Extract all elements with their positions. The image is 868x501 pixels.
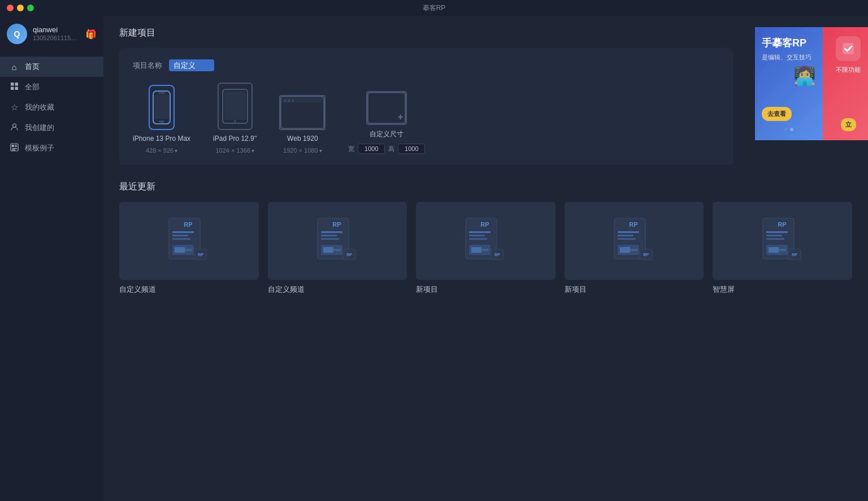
ipad-label: iPad Pro 12.9'' xyxy=(213,135,257,142)
svg-rect-59 xyxy=(618,231,639,233)
svg-rect-39 xyxy=(321,231,342,233)
sidebar-nav: ⌂ 首页 全部 ☆ 我的收藏 xyxy=(0,52,103,501)
app-title: 摹客RP xyxy=(423,3,446,13)
banner-ads: 手摹客RP 是编辑、交互技巧 👩‍💻 去查看 xyxy=(755,27,868,140)
project-name-input[interactable] xyxy=(169,59,214,71)
svg-rect-2 xyxy=(11,87,14,90)
banner-ad-2[interactable]: 不限功能 立 xyxy=(823,27,868,140)
svg-rect-30 xyxy=(172,235,188,236)
titlebar: 摹客RP xyxy=(0,0,868,16)
new-project-title: 新建项目 xyxy=(119,27,852,39)
svg-rect-31 xyxy=(172,238,190,240)
sidebar-item-mine-label: 我创建的 xyxy=(25,123,54,133)
template-icon xyxy=(9,143,19,153)
svg-text:RP: RP xyxy=(346,253,352,257)
project-name-2: 自定义频道 xyxy=(268,284,407,295)
sidebar: Q qianwei 13052061115的团队 🎁 ⌂ 首页 xyxy=(0,16,103,501)
window-controls xyxy=(7,5,34,11)
svg-rect-0 xyxy=(11,83,14,86)
project-name-label: 项目名称 xyxy=(133,61,162,71)
iphone-size-dropdown[interactable]: ▾ xyxy=(175,148,177,154)
iphone-size: 428 × 926 ▾ xyxy=(146,147,177,154)
project-card-4[interactable]: RP RP 新项目 xyxy=(565,202,704,295)
web-label: Web 1920 xyxy=(287,135,318,142)
svg-rect-44 xyxy=(332,249,341,251)
device-option-web[interactable]: Web 1920 1920 × 1080 ▾ xyxy=(279,95,326,154)
user-icon xyxy=(9,123,19,133)
grid-icon xyxy=(9,82,19,92)
new-project-section: 新建项目 项目名称 xyxy=(119,27,852,165)
star-icon: ☆ xyxy=(9,102,19,113)
project-thumb-1: RP RP xyxy=(119,202,259,280)
project-thumb-5: RP RP xyxy=(713,202,852,280)
web-size-dropdown[interactable]: ▾ xyxy=(319,148,322,154)
sidebar-item-favorites[interactable]: ☆ 我的收藏 xyxy=(0,97,103,118)
minimize-button[interactable] xyxy=(17,5,24,11)
banner-view-button[interactable]: 去查看 xyxy=(762,107,792,121)
svg-rect-50 xyxy=(469,235,485,236)
svg-point-18 xyxy=(234,120,236,123)
svg-text:RP: RP xyxy=(481,221,489,228)
custom-height-label: 高 xyxy=(388,145,394,153)
svg-rect-69 xyxy=(766,231,788,233)
sidebar-item-all-label: 全部 xyxy=(25,82,40,92)
svg-rect-6 xyxy=(12,145,14,147)
project-card-1[interactable]: RP RP 自定义频道 xyxy=(119,202,259,295)
banner-ad-1[interactable]: 手摹客RP 是编辑、交互技巧 👩‍💻 去查看 xyxy=(755,27,823,140)
username: qianwei xyxy=(33,25,80,34)
device-option-iphone[interactable]: iPhone 13 Pro Max 428 × 926 ▾ xyxy=(133,85,190,154)
svg-text:RP: RP xyxy=(792,253,797,257)
project-card-2[interactable]: RP RP 自定义频道 xyxy=(268,202,407,295)
svg-rect-10 xyxy=(12,150,15,151)
svg-text:RP: RP xyxy=(198,253,203,257)
custom-width-input[interactable] xyxy=(358,144,385,154)
svg-rect-61 xyxy=(618,238,636,240)
sidebar-item-all[interactable]: 全部 xyxy=(0,77,103,97)
custom-height-input[interactable] xyxy=(398,144,425,154)
main-content: ↻ 手摹客RP 是编辑、交互技巧 👩‍💻 去查看 xyxy=(103,16,868,501)
svg-rect-9 xyxy=(12,148,17,149)
new-project-panel: 项目名称 xyxy=(119,48,734,165)
svg-rect-3 xyxy=(15,87,18,90)
svg-point-23 xyxy=(292,100,294,102)
gift-icon[interactable]: 🎁 xyxy=(85,29,97,40)
maximize-button[interactable] xyxy=(27,5,34,11)
banner-free-button[interactable]: 立 xyxy=(841,118,856,131)
svg-rect-70 xyxy=(766,235,782,236)
recent-grid: RP RP 自定义频道 xyxy=(119,202,852,295)
project-card-5[interactable]: RP RP 智慧屏 xyxy=(713,202,852,295)
iphone-label: iPhone 13 Pro Max xyxy=(133,135,190,142)
svg-rect-49 xyxy=(469,231,491,233)
svg-point-22 xyxy=(288,100,290,102)
svg-rect-29 xyxy=(172,231,194,233)
custom-width-label: 宽 xyxy=(348,145,354,153)
recent-section: 最近更新 RP xyxy=(119,181,852,295)
svg-rect-20 xyxy=(283,98,322,103)
svg-point-21 xyxy=(284,100,287,102)
svg-text:RP: RP xyxy=(184,221,193,228)
app-body: Q qianwei 13052061115的团队 🎁 ⌂ 首页 xyxy=(0,16,868,501)
sidebar-item-favorites-label: 我的收藏 xyxy=(25,102,54,113)
iphone-frame xyxy=(149,85,175,130)
sidebar-item-templates[interactable]: 模板例子 xyxy=(0,138,103,158)
svg-rect-34 xyxy=(183,249,192,251)
ipad-size-dropdown[interactable]: ▾ xyxy=(251,148,254,154)
svg-rect-8 xyxy=(15,146,17,148)
svg-rect-15 xyxy=(159,120,164,123)
svg-rect-64 xyxy=(628,249,637,251)
close-button[interactable] xyxy=(7,5,14,11)
project-card-3[interactable]: RP RP 新项目 xyxy=(416,202,555,295)
sidebar-item-mine[interactable]: 我创建的 xyxy=(0,118,103,138)
svg-rect-54 xyxy=(480,249,489,251)
project-thumb-2: RP RP xyxy=(268,202,407,280)
device-option-ipad[interactable]: iPad Pro 12.9'' 1024 × 1366 ▾ xyxy=(213,83,257,154)
project-name-3: 新项目 xyxy=(416,284,555,295)
sidebar-item-home[interactable]: ⌂ 首页 xyxy=(0,57,103,77)
svg-rect-71 xyxy=(766,238,784,240)
svg-rect-24 xyxy=(283,103,322,127)
web-frame xyxy=(279,95,326,130)
device-option-custom[interactable]: + 自定义尺寸 宽 高 xyxy=(348,91,425,154)
svg-point-4 xyxy=(12,124,16,127)
device-row: iPhone 13 Pro Max 428 × 926 ▾ xyxy=(133,83,720,154)
svg-text:RP: RP xyxy=(629,221,637,228)
